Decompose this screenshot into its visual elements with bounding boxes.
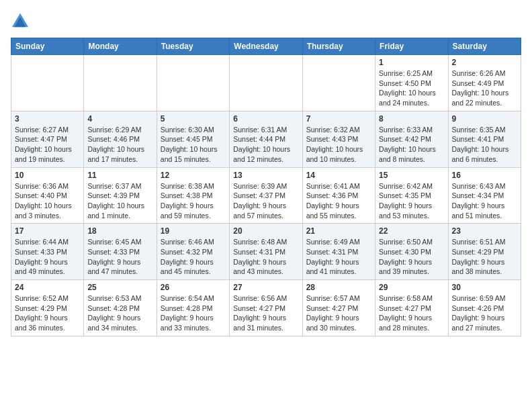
day-number: 15 <box>379 171 444 180</box>
day-number: 12 <box>161 171 226 180</box>
calendar: SundayMondayTuesdayWednesdayThursdayFrid… <box>11 38 521 336</box>
day-info: Sunrise: 6:36 AM Sunset: 4:40 PM Dayligh… <box>15 181 80 221</box>
day-info: Sunrise: 6:25 AM Sunset: 4:50 PM Dayligh… <box>379 68 444 108</box>
day-number: 23 <box>452 226 517 236</box>
calendar-cell: 6Sunrise: 6:31 AM Sunset: 4:44 PM Daylig… <box>230 111 302 167</box>
calendar-cell: 24Sunrise: 6:52 AM Sunset: 4:29 PM Dayli… <box>11 280 84 336</box>
day-number: 11 <box>87 171 152 180</box>
day-number: 17 <box>15 226 80 236</box>
day-info: Sunrise: 6:53 AM Sunset: 4:28 PM Dayligh… <box>87 293 152 333</box>
calendar-cell: 26Sunrise: 6:54 AM Sunset: 4:28 PM Dayli… <box>157 280 229 336</box>
day-info: Sunrise: 6:41 AM Sunset: 4:36 PM Dayligh… <box>306 181 371 221</box>
calendar-cell: 28Sunrise: 6:57 AM Sunset: 4:27 PM Dayli… <box>302 280 375 336</box>
day-number: 10 <box>15 171 80 180</box>
day-number: 25 <box>87 283 152 292</box>
day-number: 30 <box>452 283 517 292</box>
calendar-cell: 10Sunrise: 6:36 AM Sunset: 4:40 PM Dayli… <box>11 167 84 224</box>
calendar-cell: 16Sunrise: 6:43 AM Sunset: 4:34 PM Dayli… <box>448 167 521 224</box>
day-info: Sunrise: 6:30 AM Sunset: 4:45 PM Dayligh… <box>161 125 226 165</box>
day-number: 14 <box>306 171 371 180</box>
calendar-cell: 4Sunrise: 6:29 AM Sunset: 4:46 PM Daylig… <box>84 111 157 167</box>
day-number: 1 <box>379 58 444 67</box>
day-info: Sunrise: 6:37 AM Sunset: 4:39 PM Dayligh… <box>87 181 152 221</box>
calendar-cell: 3Sunrise: 6:27 AM Sunset: 4:47 PM Daylig… <box>11 111 84 167</box>
day-number: 4 <box>87 114 152 124</box>
calendar-cell <box>230 55 302 111</box>
day-number: 7 <box>306 114 371 124</box>
day-info: Sunrise: 6:57 AM Sunset: 4:27 PM Dayligh… <box>306 293 371 333</box>
calendar-cell: 18Sunrise: 6:45 AM Sunset: 4:33 PM Dayli… <box>84 224 157 280</box>
day-info: Sunrise: 6:50 AM Sunset: 4:30 PM Dayligh… <box>379 237 444 277</box>
day-number: 27 <box>233 283 298 292</box>
calendar-cell: 1Sunrise: 6:25 AM Sunset: 4:50 PM Daylig… <box>375 55 448 111</box>
day-info: Sunrise: 6:46 AM Sunset: 4:32 PM Dayligh… <box>161 237 226 277</box>
calendar-cell: 5Sunrise: 6:30 AM Sunset: 4:45 PM Daylig… <box>157 111 229 167</box>
day-number: 9 <box>452 114 517 124</box>
calendar-cell: 15Sunrise: 6:42 AM Sunset: 4:35 PM Dayli… <box>375 167 448 224</box>
day-info: Sunrise: 6:58 AM Sunset: 4:27 PM Dayligh… <box>379 293 444 333</box>
calendar-cell: 11Sunrise: 6:37 AM Sunset: 4:39 PM Dayli… <box>84 167 157 224</box>
day-number: 20 <box>233 226 298 236</box>
day-info: Sunrise: 6:49 AM Sunset: 4:31 PM Dayligh… <box>306 237 371 277</box>
day-info: Sunrise: 6:45 AM Sunset: 4:33 PM Dayligh… <box>87 237 152 277</box>
weekday-header-wednesday: Wednesday <box>230 38 302 55</box>
day-info: Sunrise: 6:31 AM Sunset: 4:44 PM Dayligh… <box>233 125 298 165</box>
weekday-header-monday: Monday <box>84 38 157 55</box>
calendar-cell: 20Sunrise: 6:48 AM Sunset: 4:31 PM Dayli… <box>230 224 302 280</box>
day-number: 28 <box>306 283 371 292</box>
day-info: Sunrise: 6:51 AM Sunset: 4:29 PM Dayligh… <box>452 237 517 277</box>
day-info: Sunrise: 6:38 AM Sunset: 4:38 PM Dayligh… <box>161 181 226 221</box>
calendar-cell: 9Sunrise: 6:35 AM Sunset: 4:41 PM Daylig… <box>448 111 521 167</box>
calendar-cell <box>84 55 157 111</box>
day-number: 29 <box>379 283 444 292</box>
day-number: 19 <box>161 226 226 236</box>
calendar-cell: 23Sunrise: 6:51 AM Sunset: 4:29 PM Dayli… <box>448 224 521 280</box>
calendar-cell: 14Sunrise: 6:41 AM Sunset: 4:36 PM Dayli… <box>302 167 375 224</box>
calendar-cell: 19Sunrise: 6:46 AM Sunset: 4:32 PM Dayli… <box>157 224 229 280</box>
weekday-header-thursday: Thursday <box>302 38 375 55</box>
calendar-cell: 22Sunrise: 6:50 AM Sunset: 4:30 PM Dayli… <box>375 224 448 280</box>
day-number: 6 <box>233 114 298 124</box>
calendar-cell: 13Sunrise: 6:39 AM Sunset: 4:37 PM Dayli… <box>230 167 302 224</box>
day-number: 3 <box>15 114 80 124</box>
day-info: Sunrise: 6:48 AM Sunset: 4:31 PM Dayligh… <box>233 237 298 277</box>
logo-icon <box>11 11 30 30</box>
calendar-cell: 30Sunrise: 6:59 AM Sunset: 4:26 PM Dayli… <box>448 280 521 336</box>
day-number: 8 <box>379 114 444 124</box>
day-number: 2 <box>452 58 517 67</box>
calendar-cell: 21Sunrise: 6:49 AM Sunset: 4:31 PM Dayli… <box>302 224 375 280</box>
day-info: Sunrise: 6:59 AM Sunset: 4:26 PM Dayligh… <box>452 293 517 333</box>
day-info: Sunrise: 6:56 AM Sunset: 4:27 PM Dayligh… <box>233 293 298 333</box>
calendar-cell: 12Sunrise: 6:38 AM Sunset: 4:38 PM Dayli… <box>157 167 229 224</box>
calendar-cell: 7Sunrise: 6:32 AM Sunset: 4:43 PM Daylig… <box>302 111 375 167</box>
weekday-header-friday: Friday <box>375 38 448 55</box>
day-number: 22 <box>379 226 444 236</box>
day-info: Sunrise: 6:32 AM Sunset: 4:43 PM Dayligh… <box>306 125 371 165</box>
day-number: 13 <box>233 171 298 180</box>
weekday-header-tuesday: Tuesday <box>157 38 229 55</box>
calendar-cell <box>302 55 375 111</box>
day-info: Sunrise: 6:29 AM Sunset: 4:46 PM Dayligh… <box>87 125 152 165</box>
day-number: 21 <box>306 226 371 236</box>
day-info: Sunrise: 6:43 AM Sunset: 4:34 PM Dayligh… <box>452 181 517 221</box>
calendar-cell: 27Sunrise: 6:56 AM Sunset: 4:27 PM Dayli… <box>230 280 302 336</box>
weekday-header-saturday: Saturday <box>448 38 521 55</box>
calendar-cell: 8Sunrise: 6:33 AM Sunset: 4:42 PM Daylig… <box>375 111 448 167</box>
logo <box>11 11 32 30</box>
page-header <box>11 11 521 30</box>
day-info: Sunrise: 6:42 AM Sunset: 4:35 PM Dayligh… <box>379 181 444 221</box>
calendar-cell: 29Sunrise: 6:58 AM Sunset: 4:27 PM Dayli… <box>375 280 448 336</box>
day-info: Sunrise: 6:39 AM Sunset: 4:37 PM Dayligh… <box>233 181 298 221</box>
calendar-cell: 2Sunrise: 6:26 AM Sunset: 4:49 PM Daylig… <box>448 55 521 111</box>
calendar-cell <box>157 55 229 111</box>
day-number: 18 <box>87 226 152 236</box>
day-number: 24 <box>15 283 80 292</box>
day-info: Sunrise: 6:54 AM Sunset: 4:28 PM Dayligh… <box>161 293 226 333</box>
day-number: 5 <box>161 114 226 124</box>
day-number: 16 <box>452 171 517 180</box>
day-info: Sunrise: 6:33 AM Sunset: 4:42 PM Dayligh… <box>379 125 444 165</box>
day-info: Sunrise: 6:44 AM Sunset: 4:33 PM Dayligh… <box>15 237 80 277</box>
day-number: 26 <box>161 283 226 292</box>
day-info: Sunrise: 6:27 AM Sunset: 4:47 PM Dayligh… <box>15 125 80 165</box>
day-info: Sunrise: 6:52 AM Sunset: 4:29 PM Dayligh… <box>15 293 80 333</box>
